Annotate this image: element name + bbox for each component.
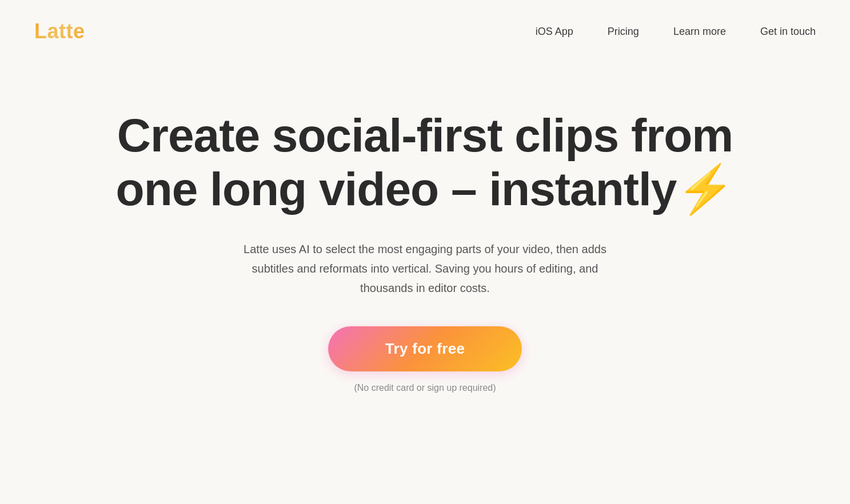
site-logo[interactable]: Latte: [34, 19, 85, 43]
no-credit-card-note: (No credit card or sign up required): [354, 383, 496, 393]
nav-learn-more[interactable]: Learn more: [673, 26, 726, 38]
nav-ios-app[interactable]: iOS App: [536, 26, 573, 38]
nav-get-in-touch[interactable]: Get in touch: [760, 26, 816, 38]
hero-headline: Create social-first clips from one long …: [116, 109, 735, 217]
nav-pricing[interactable]: Pricing: [608, 26, 639, 38]
site-header: Latte iOS App Pricing Learn more Get in …: [0, 0, 850, 63]
headline-line1: Create social-first clips from: [117, 109, 733, 161]
main-nav: iOS App Pricing Learn more Get in touch: [536, 26, 816, 38]
hero-section: Create social-first clips from one long …: [0, 63, 850, 427]
hero-subtext: Latte uses AI to select the most engagin…: [242, 239, 608, 298]
try-for-free-button[interactable]: Try for free: [328, 326, 522, 371]
headline-line2: one long video – instantly: [116, 163, 677, 215]
lightning-icon: ⚡: [676, 162, 734, 216]
